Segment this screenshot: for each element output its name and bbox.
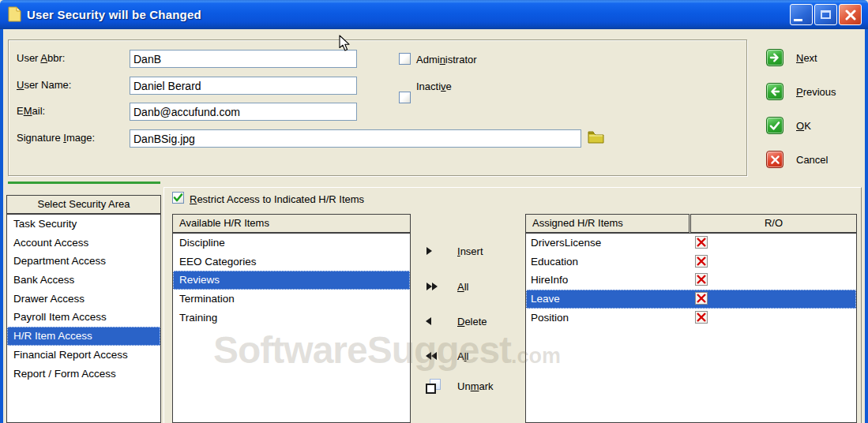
cross-icon bbox=[766, 151, 783, 168]
window-title: User Security will be Changed bbox=[27, 8, 201, 21]
restrict-access-checkbox[interactable] bbox=[172, 192, 184, 204]
assigned-item[interactable]: Education bbox=[526, 253, 856, 271]
insert-button[interactable]: Insert bbox=[421, 241, 483, 260]
assigned-item[interactable]: DriversLicense bbox=[526, 234, 856, 253]
triangle-right-icon bbox=[421, 247, 457, 255]
security-area-list: Task Security Account Access Department … bbox=[6, 214, 161, 423]
available-item[interactable]: Termination bbox=[173, 290, 410, 309]
available-item-selected[interactable]: Reviews bbox=[173, 271, 410, 290]
previous-button[interactable]: Previous bbox=[766, 83, 836, 100]
restrict-access-label: Restrict Access to Indicated H/R Items bbox=[190, 193, 364, 205]
window-border-left bbox=[0, 29, 3, 423]
readonly-x-icon[interactable] bbox=[695, 311, 708, 324]
unmark-button[interactable]: Unmark bbox=[421, 376, 494, 395]
assigned-item-selected[interactable]: Leave bbox=[526, 290, 856, 309]
cancel-button[interactable]: Cancel bbox=[766, 151, 828, 168]
window-border-right bbox=[865, 29, 868, 423]
security-area-item[interactable]: Drawer Access bbox=[7, 290, 160, 309]
signature-image-input[interactable] bbox=[130, 129, 581, 148]
delete-button[interactable]: Delete bbox=[421, 312, 487, 331]
minimize-button[interactable] bbox=[790, 4, 813, 25]
available-item[interactable]: Discipline bbox=[173, 234, 410, 253]
close-icon bbox=[845, 9, 856, 21]
inactive-checkbox[interactable] bbox=[399, 92, 411, 103]
security-area-item-selected[interactable]: H/R Item Access bbox=[7, 327, 160, 346]
available-items-header: Available H/R Items bbox=[172, 214, 411, 233]
signature-image-label: Signature Image: bbox=[17, 132, 95, 144]
readonly-x-icon[interactable] bbox=[695, 236, 708, 249]
arrow-left-icon bbox=[766, 83, 783, 100]
administrator-checkbox[interactable] bbox=[399, 53, 411, 65]
double-triangle-right-icon bbox=[421, 283, 457, 290]
delete-all-label: All bbox=[457, 350, 468, 362]
readonly-column-header: R/O bbox=[690, 214, 857, 233]
ok-button[interactable]: OK bbox=[766, 117, 811, 134]
security-area-item[interactable]: Department Access bbox=[7, 252, 160, 271]
minimize-icon bbox=[794, 19, 802, 21]
insert-all-label: All bbox=[457, 281, 468, 293]
assigned-items-header: Assigned H/R Items bbox=[525, 214, 690, 233]
mouse-cursor-icon bbox=[339, 35, 351, 52]
email-label: EMail: bbox=[17, 105, 45, 117]
delete-label: Delete bbox=[457, 316, 487, 328]
security-area-item[interactable]: Payroll Item Access bbox=[7, 308, 160, 327]
administrator-label: Administrator bbox=[416, 54, 477, 66]
arrow-right-icon bbox=[766, 49, 783, 66]
security-area-item[interactable]: Task Security bbox=[7, 215, 160, 234]
user-abbr-input[interactable] bbox=[130, 50, 357, 68]
green-divider bbox=[8, 182, 160, 184]
readonly-x-icon[interactable] bbox=[695, 273, 708, 286]
assigned-item[interactable]: Position bbox=[526, 309, 856, 328]
available-item[interactable]: EEO Categories bbox=[173, 253, 410, 271]
document-icon bbox=[8, 6, 21, 22]
security-area-header: Select Security Area bbox=[6, 195, 161, 214]
insert-all-button[interactable]: All bbox=[421, 277, 468, 296]
security-area-item[interactable]: Account Access bbox=[7, 234, 160, 253]
unmark-square-icon bbox=[421, 379, 457, 394]
cancel-label: Cancel bbox=[796, 154, 828, 166]
user-name-input[interactable] bbox=[130, 77, 357, 95]
maximize-button[interactable] bbox=[814, 4, 837, 25]
readonly-x-icon[interactable] bbox=[695, 292, 708, 305]
security-area-item[interactable]: Bank Access bbox=[7, 271, 160, 290]
close-button[interactable] bbox=[839, 4, 862, 25]
user-name-label: User Name: bbox=[17, 79, 71, 91]
insert-label: Insert bbox=[457, 245, 483, 257]
unmark-label: Unmark bbox=[457, 380, 494, 392]
delete-all-button[interactable]: All bbox=[421, 346, 468, 365]
checkmark-icon bbox=[173, 193, 183, 203]
next-label: Next bbox=[796, 52, 817, 64]
next-button[interactable]: Next bbox=[766, 49, 817, 66]
maximize-icon bbox=[821, 10, 831, 19]
check-icon bbox=[766, 117, 783, 134]
security-area-item[interactable]: Report / Form Access bbox=[7, 365, 160, 384]
triangle-left-icon bbox=[421, 317, 457, 325]
available-item[interactable]: Training bbox=[173, 309, 410, 328]
user-abbr-label: User Abbr: bbox=[17, 52, 65, 64]
previous-label: Previous bbox=[796, 86, 836, 98]
assigned-item[interactable]: HireInfo bbox=[526, 271, 856, 290]
assigned-items-list: DriversLicense Education HireInfo Leave … bbox=[525, 233, 857, 423]
security-area-item[interactable]: Financial Report Access bbox=[7, 346, 160, 365]
readonly-x-icon[interactable] bbox=[695, 255, 708, 268]
ok-label: OK bbox=[796, 120, 811, 132]
folder-icon[interactable] bbox=[588, 130, 604, 144]
double-triangle-left-icon bbox=[421, 352, 457, 360]
available-items-list: Discipline EEO Categories Reviews Termin… bbox=[172, 233, 411, 423]
inactive-label: Inactive bbox=[416, 80, 452, 92]
email-input[interactable] bbox=[130, 103, 357, 121]
title-bar: User Security will be Changed bbox=[0, 0, 868, 29]
user-info-panel: User Abbr: User Name: EMail: Signature I… bbox=[8, 39, 747, 176]
